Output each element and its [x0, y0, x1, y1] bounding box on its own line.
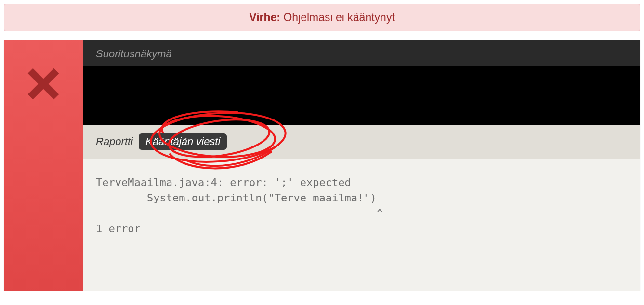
tab-compiler-message[interactable]: Kääntäjän viesti: [139, 133, 227, 150]
tab-report[interactable]: Raportti: [96, 135, 133, 148]
execution-view-title: Suoritusnäkymä: [83, 40, 640, 66]
tab-row: Raportti Kääntäjän viesti: [83, 125, 640, 159]
status-sidebar: [4, 40, 83, 291]
compiler-output: TerveMaailma.java:4: error: ';' expected…: [83, 159, 640, 291]
close-x-icon: [25, 65, 62, 103]
alert-label: Virhe:: [249, 11, 280, 24]
result-panel: Suoritusnäkymä Raportti Kääntäjän viesti…: [4, 40, 640, 291]
compile-error-alert: Virhe: Ohjelmasi ei kääntynyt: [4, 4, 640, 31]
execution-output-empty: [83, 66, 640, 125]
alert-message: Ohjelmasi ei kääntynyt: [283, 11, 394, 24]
content-area: Suoritusnäkymä Raportti Kääntäjän viesti…: [83, 40, 640, 291]
